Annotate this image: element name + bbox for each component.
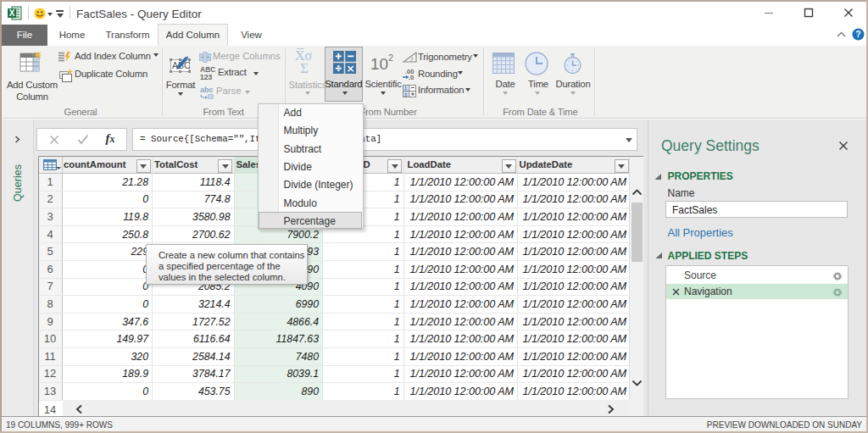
svg-text:Σ: Σ — [300, 60, 309, 75]
svg-text:abc: abc — [200, 86, 214, 94]
svg-text:X: X — [9, 8, 15, 18]
svg-text:2: 2 — [388, 53, 393, 63]
svg-text:3: 3 — [404, 92, 407, 97]
svg-text:?: ? — [855, 29, 860, 39]
svg-text:1: 1 — [404, 86, 407, 91]
svg-text:.0: .0 — [409, 74, 414, 80]
svg-text:10: 10 — [370, 55, 388, 72]
svg-text:123: 123 — [200, 72, 212, 80]
